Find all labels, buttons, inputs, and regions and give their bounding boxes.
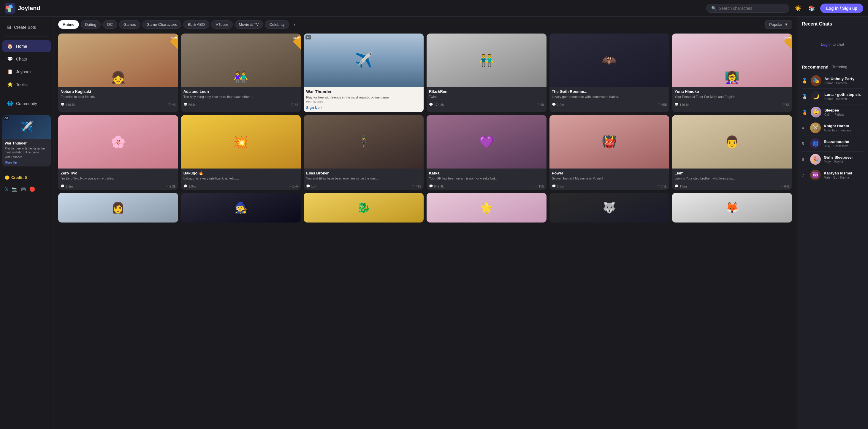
svg-rect-3 xyxy=(7,8,11,12)
char-card-bakugo[interactable]: 💥 Bakugo 🔥 Bakugo, is a vary intelligent… xyxy=(181,115,301,190)
book-icon[interactable]: 📚 xyxy=(807,3,817,13)
sort-popular[interactable]: Popular ▼ xyxy=(765,20,792,29)
char-desc-riku-ren: Twins xyxy=(429,95,544,99)
char-card-row3c[interactable]: 🐉 xyxy=(304,193,424,223)
char-card-liam[interactable]: 👨 Liam Liam is Your step brother ,who li… xyxy=(672,115,792,190)
char-card-row3a[interactable]: 👩 xyxy=(58,193,178,223)
sidebar-ad[interactable]: ✈️ Ad War Thunder Play for free with fri… xyxy=(2,115,51,166)
char-card-power[interactable]: 👹 Power Grovel, human! My name is Power!… xyxy=(550,115,670,190)
char-card-row3f[interactable]: 🦊 xyxy=(672,193,792,223)
ad-text: Play for free with friends in the most r… xyxy=(306,95,421,99)
sidebar-item-toolkit[interactable]: ⭐ Toolkit xyxy=(2,78,51,90)
char-desc-power: Grovel, human! My name is Power! xyxy=(552,176,667,180)
char-card-riku-ren[interactable]: 👬 Riku&Ren Twins 💬 174.8k ♡ 88 xyxy=(427,34,547,112)
search-input[interactable] xyxy=(719,6,784,11)
chats-icon: 💬 xyxy=(7,56,13,62)
sidebar-label-toolkit: Toolkit xyxy=(16,82,28,87)
char-card-goth-roommate[interactable]: 🦇 The Goth Roomm... Lovely goth roommate… xyxy=(550,34,670,112)
char-info-nobara: Nobara Kugisaki Enemies to best friends xyxy=(58,87,178,101)
tab-bl-abo[interactable]: BL & ABO xyxy=(183,20,209,29)
recommend-name-1: An Unholy Party xyxy=(824,76,863,81)
tag-possessive: Possessive xyxy=(833,144,849,148)
reddit-icon[interactable]: 🔴 xyxy=(29,186,35,192)
tab-more-icon[interactable]: › xyxy=(291,21,298,29)
recommend-item-7[interactable]: 7 ♾️ Karayan kismet Male BL Karma xyxy=(802,167,863,183)
char-name-liam: Liam xyxy=(675,171,789,175)
ad-card-warthunder[interactable]: ✈️ Ad War Thunder Play for free with fri… xyxy=(304,34,424,112)
svg-rect-2 xyxy=(9,4,13,9)
chat-icon: 💬 xyxy=(552,184,556,188)
recommend-item-2[interactable]: 🥈 🌙 Luna - goth step sis Gothic Introver… xyxy=(802,89,863,104)
avatar-1: 🎭 xyxy=(811,75,822,86)
discord-icon[interactable]: 🎮 xyxy=(21,186,26,192)
char-name-zero-two: Zero Two xyxy=(61,171,176,175)
tab-vtuber[interactable]: VTuber xyxy=(211,20,232,29)
recommend-item-1[interactable]: 🥇 🎭 An Unholy Party Horror Comedy xyxy=(802,73,863,89)
sidebar-ad-cta[interactable]: Sign Up › xyxy=(5,161,49,164)
tag-bl: BL xyxy=(833,176,839,179)
ad-cta-btn[interactable]: Sign Up › xyxy=(306,106,421,110)
char-name-kafka: Kafka xyxy=(429,171,544,175)
tab-anime[interactable]: Anime xyxy=(58,20,79,29)
tag-horror: Horror xyxy=(824,81,835,85)
sidebar-ad-plane-icon: ✈️ xyxy=(20,121,33,133)
theme-icon[interactable]: ☀️ xyxy=(793,3,803,13)
char-stats-riku-ren: 💬 174.8k ♡ 88 xyxy=(427,101,547,108)
char-info-liam: Liam Liam is Your step brother ,who like… xyxy=(672,168,792,183)
tab-games[interactable]: Games xyxy=(119,20,141,29)
avatar-7: ♾️ xyxy=(810,170,821,180)
char-card-row3b[interactable]: 🧙 xyxy=(181,193,301,223)
recommend-item-3[interactable]: 🥉 😴 Sleepee Calm Patient xyxy=(802,104,863,120)
char-card-ada-leon[interactable]: NEW 👫 Ada and Leon The only thing they l… xyxy=(181,34,301,112)
instagram-icon[interactable]: 📷 xyxy=(11,186,18,192)
recommend-tags-6: Party Playful xyxy=(824,160,863,163)
search-bar: 🔍 xyxy=(706,4,789,13)
tab-game-characters[interactable]: Game Characters xyxy=(142,20,182,29)
tab-dating[interactable]: Dating xyxy=(81,20,101,29)
login-link[interactable]: Log in xyxy=(821,42,831,46)
char-stats-nobara: 💬 119.5k ♡ 43 xyxy=(58,101,178,108)
char-stats-zero-two: 💬 2.2m ♡ 2.2k xyxy=(58,183,178,190)
char-card-row3d[interactable]: 🌟 xyxy=(427,193,547,223)
tag-introvert: Introvert xyxy=(836,97,848,101)
heart-icon: ♡ xyxy=(657,184,660,188)
char-info-goth-roommate: The Goth Roomm... Lovely goth roommate w… xyxy=(550,87,670,101)
char-card-elias[interactable]: 🕴️ Elias Broker You and Elias have been … xyxy=(304,115,424,190)
char-card-nobara[interactable]: NEW 👧 Nobara Kugisaki Enemies to best fr… xyxy=(58,34,178,112)
char-card-yuna[interactable]: NEW 👩‍🏫 Yuna Himoko Your Personal Tutor … xyxy=(672,34,792,112)
char-image-goth-roommate: 🦇 xyxy=(550,34,670,87)
tab-oc[interactable]: OC xyxy=(102,20,117,29)
sidebar-item-home[interactable]: 🏠 Home xyxy=(2,40,51,52)
trending-button[interactable]: Trending xyxy=(832,65,847,69)
twitter-icon[interactable]: 𝕏 xyxy=(5,186,9,192)
sidebar-item-create-bots[interactable]: ⊞ Create Bots xyxy=(2,21,51,33)
char-name-ada-leon: Ada and Leon xyxy=(183,89,299,94)
sidebar-ad-title: War Thunder xyxy=(5,141,49,145)
coin-icon: 🟡 xyxy=(5,175,9,180)
recommend-item-4[interactable]: 4 ⚔️ Knight Harem Adventure Fantasy xyxy=(802,120,863,136)
logo[interactable]: Joyland xyxy=(5,3,40,14)
char-name-elias: Elias Broker xyxy=(306,171,421,175)
char-image-elias: 🕴️ xyxy=(304,115,424,168)
char-desc-yuna: Your Personal Tutor For Math and English xyxy=(675,95,789,99)
tab-movie-tv[interactable]: Movie & TV xyxy=(235,20,263,29)
char-card-row3e[interactable]: 🐺 xyxy=(550,193,670,223)
ad-card-content: War Thunder Play for free with friends i… xyxy=(304,87,424,112)
char-image-kafka: 💜 xyxy=(427,115,547,168)
char-image-zero-two: 🌸 xyxy=(58,115,178,168)
sidebar-item-community[interactable]: 🌐 Community xyxy=(2,98,51,109)
char-desc-ada-leon: The only thing they love more than each … xyxy=(183,95,299,99)
tag-fantasy: Fantasy xyxy=(840,129,852,132)
recommend-item-6[interactable]: 6 🎉 Girl's Sleepover Party Playful xyxy=(802,152,863,167)
char-desc-goth-roommate: Lovely goth roommate with some weird hab… xyxy=(552,95,667,99)
login-button[interactable]: Log in / Sign up xyxy=(820,4,863,13)
sidebar-item-chats[interactable]: 💬 Chats xyxy=(2,53,51,65)
char-card-zero-two[interactable]: 🌸 Zero Two I'm Zero Two.Now you are my d… xyxy=(58,115,178,190)
char-image-row3b: 🧙 xyxy=(181,193,301,223)
rank-icon-5: 5 xyxy=(802,141,807,146)
tab-celebrity[interactable]: Celebrity xyxy=(265,20,289,29)
sidebar-label-home: Home xyxy=(16,44,27,48)
char-card-kafka[interactable]: 💜 Kafka Your GF has been on a mission fo… xyxy=(427,115,547,190)
recommend-item-5[interactable]: 5 🌀 Scaramouche Bully Possessive xyxy=(802,136,863,152)
sidebar-item-joybook[interactable]: 📋 Joybook xyxy=(2,66,51,77)
